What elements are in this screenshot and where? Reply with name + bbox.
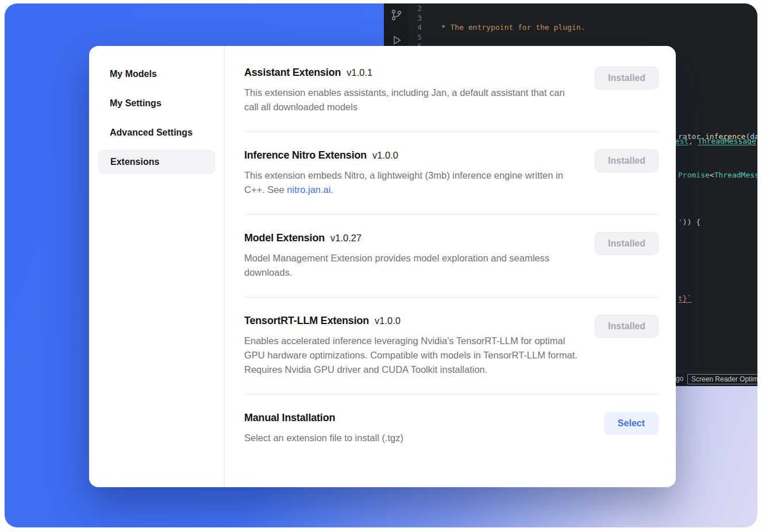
manual-installation-description: Select an extension file to install (.tg… bbox=[244, 431, 403, 445]
code-fragment: ')) { bbox=[678, 218, 701, 227]
extension-name: Inference Nitro Extension bbox=[244, 149, 367, 161]
code-line: * The entrypoint for the plugin. bbox=[437, 23, 757, 33]
sidebar-item-extensions[interactable]: Extensions bbox=[98, 150, 215, 174]
sidebar-item-advanced-settings[interactable]: Advanced Settings bbox=[98, 121, 215, 145]
manual-installation-row: Manual Installation Select an extension … bbox=[244, 395, 659, 462]
line-numbers: 23456 bbox=[408, 4, 422, 52]
extension-row-model: Model Extension v1.0.27 Model Management… bbox=[244, 215, 659, 298]
extension-row-tensorrt: TensortRT-LLM Extension v1.0.0 Enables a… bbox=[244, 298, 659, 395]
description-text: . bbox=[330, 184, 333, 195]
settings-sidebar: My Models My Settings Advanced Settings … bbox=[89, 46, 225, 487]
extension-title-row: Inference Nitro Extension v1.0.0 bbox=[244, 149, 580, 161]
extension-name: Assistant Extension bbox=[244, 67, 341, 79]
extension-info: Inference Nitro Extension v1.0.0 This ex… bbox=[244, 149, 580, 197]
extension-version: v1.0.27 bbox=[330, 233, 361, 244]
extension-description: This extension embeds Nitro, a lightweig… bbox=[244, 168, 580, 197]
extension-title-row: TensortRT-LLM Extension v1.0.0 bbox=[244, 315, 580, 327]
source-control-icon[interactable] bbox=[390, 8, 403, 22]
desktop: 23456 * The entrypoint for the plugin. *… bbox=[0, 0, 762, 532]
extension-title-row: Manual Installation bbox=[244, 412, 403, 424]
extension-description: Enables accelerated inference leveraging… bbox=[244, 334, 580, 377]
extension-row-nitro: Inference Nitro Extension v1.0.0 This ex… bbox=[244, 132, 659, 215]
extension-info: Model Extension v1.0.27 Model Management… bbox=[244, 232, 580, 280]
extension-title-row: Assistant Extension v1.0.1 bbox=[244, 67, 580, 79]
wallpaper: 23456 * The entrypoint for the plugin. *… bbox=[5, 3, 757, 527]
nitro-jan-ai-link[interactable]: nitro.jan.ai bbox=[287, 184, 330, 195]
extension-description: This extension enables assistants, inclu… bbox=[244, 86, 580, 114]
installed-button[interactable]: Installed bbox=[595, 149, 659, 172]
extension-version: v1.0.0 bbox=[372, 150, 398, 161]
extensions-panel: Assistant Extension v1.0.1 This extensio… bbox=[225, 46, 676, 487]
screen-reader-badge[interactable]: Screen Reader Optimized bbox=[687, 374, 757, 384]
settings-modal: My Models My Settings Advanced Settings … bbox=[89, 46, 676, 487]
code-fragment: t}` bbox=[678, 294, 691, 303]
sidebar-item-my-settings[interactable]: My Settings bbox=[98, 91, 215, 115]
installed-button[interactable]: Installed bbox=[595, 232, 659, 255]
status-text: go bbox=[676, 375, 683, 383]
code-fragment: Promise<ThreadMessage> bbox=[678, 171, 757, 180]
extension-version: v1.0.0 bbox=[375, 315, 401, 326]
installed-button[interactable]: Installed bbox=[595, 67, 659, 90]
extension-row-assistant: Assistant Extension v1.0.1 This extensio… bbox=[244, 53, 659, 132]
manual-installation-title: Manual Installation bbox=[244, 412, 335, 424]
extension-description: Model Management Extension provides mode… bbox=[244, 251, 580, 280]
sidebar-item-my-models[interactable]: My Models bbox=[98, 62, 215, 86]
run-debug-icon[interactable] bbox=[390, 33, 403, 47]
code-fragment: rator.inference(data)); bbox=[678, 132, 757, 141]
extension-name: TensortRT-LLM Extension bbox=[244, 315, 369, 327]
extension-version: v1.0.1 bbox=[347, 67, 372, 78]
extension-info: Assistant Extension v1.0.1 This extensio… bbox=[244, 67, 580, 114]
extension-title-row: Model Extension v1.0.27 bbox=[244, 232, 580, 244]
select-file-button[interactable]: Select bbox=[604, 412, 659, 435]
installed-button[interactable]: Installed bbox=[595, 315, 659, 338]
extension-info: TensortRT-LLM Extension v1.0.0 Enables a… bbox=[244, 315, 580, 377]
extension-name: Model Extension bbox=[244, 232, 325, 244]
extension-info: Manual Installation Select an extension … bbox=[244, 412, 403, 445]
